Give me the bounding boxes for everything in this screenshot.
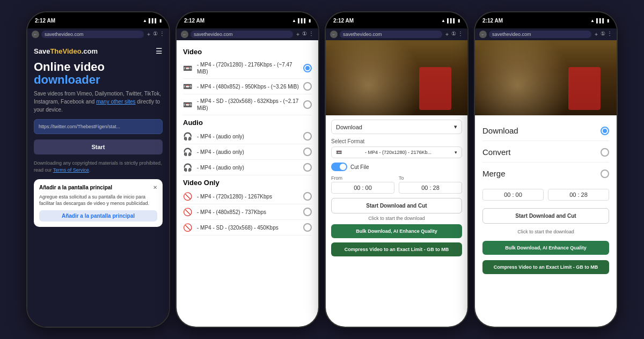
menu-icon-browser-4[interactable]: ⋮ [607,31,612,38]
browser-bar-1: ← savethevideo.com ＋ ① ⋮ [27,28,169,40]
logo-the-video: TheVideo [50,47,81,55]
add-tab-icon-4[interactable]: ＋ [594,31,599,38]
radio-3[interactable] [303,100,312,109]
tab-count-icon-2[interactable]: ① [302,31,307,38]
mode-convert[interactable]: Convert [482,142,609,163]
terms-link[interactable]: Terms of Service [53,167,89,173]
menu-icon-browser-1[interactable]: ⋮ [159,31,165,38]
cut-file-toggle[interactable] [331,163,347,171]
browser-actions-4: ＋ ① ⋮ [594,31,612,38]
url-bar-1[interactable]: savethevideo.com [41,31,144,38]
to-time-input-4[interactable]: 00 : 28 [548,189,609,201]
list-item[interactable]: 📼 - MP4 - (720x1280) - 2176Kbps - (~7.47… [183,58,312,79]
back-icon-3[interactable]: ← [330,31,338,38]
radio-9[interactable] [303,223,312,232]
list-item[interactable]: 🚫 - MP4 - (720x1280) - 1267Kbps [183,189,312,204]
time-2: 2:12 AM [184,18,204,24]
phone3-main: Download ▾ Select Format 📼 - MP4 - (720x… [326,40,467,327]
list-item[interactable]: 🎧 - MP4 - (audio only) [183,160,312,175]
phone-4: 2:12 AM ▲ ▌▌▌ ▮ ← savethevideo.com ＋ ① ⋮ [474,11,618,328]
list-item[interactable]: 🎧 - MP4 - (audio only) [183,144,312,160]
time-1: 2:12 AM [35,18,55,24]
radio-5[interactable] [303,148,312,156]
mode-convert-radio[interactable] [601,148,609,157]
browser-actions-3: ＋ ① ⋮ [444,31,463,38]
signal-icon-4: ▌▌▌ [596,18,605,23]
radio-8[interactable] [303,208,312,216]
start-button[interactable]: Start [34,139,163,154]
time-range-row-4: 00 : 00 00 : 28 [482,189,609,201]
format-label-5: - MP4 - (audio only) [197,149,300,156]
bulk-download-button-4[interactable]: Bulk Download, AI Enhance Quality [482,241,609,255]
logo-com: .com [82,47,98,55]
to-time-group: To 00 : 28 [399,175,462,194]
mode-download-label: Download [482,126,518,135]
status-bar-4: 2:12 AM ▲ ▌▌▌ ▮ [475,12,617,28]
tab-count-icon-1[interactable]: ① [153,31,158,38]
format-select-dropdown[interactable]: 📼 - MP4 - (720x1280) - 2176Kb... ▾ [331,146,462,158]
add-tab-icon-2[interactable]: ＋ [295,31,301,38]
url-bar-2[interactable]: savethevideo.com [191,31,293,38]
phone1-main: SaveTheVideo.com ☰ Online video download… [27,40,169,327]
phone-2: 2:12 AM ▲ ▌▌▌ ▮ ← savethevideo.com ＋ ① ⋮… [175,11,319,328]
video-only-icon-3: 🚫 [183,223,194,232]
menu-icon-browser-2[interactable]: ⋮ [309,31,314,38]
close-add-home-icon[interactable]: ✕ [153,185,157,190]
shirt-overlay [419,67,451,110]
hamburger-menu-icon[interactable]: ☰ [156,47,163,55]
back-icon-1[interactable]: ← [32,31,39,38]
audio-icon-1: 🎧 [183,132,194,141]
notch-4 [530,12,562,23]
status-bar-2: 2:12 AM ▲ ▌▌▌ ▮ [177,12,318,28]
list-item[interactable]: 🚫 - MP4 - (480x852) - 737Kbps [183,204,312,220]
list-item[interactable]: 📼 - MP4 - SD - (320x568) - 632Kbps - (~2… [183,94,312,115]
video-only-icon-1: 🚫 [183,192,194,201]
hero-link[interactable]: many other sites [96,99,135,105]
format-label-1: - MP4 - (720x1280) - 2176Kbps - (~7.47 M… [197,61,300,75]
list-item[interactable]: 📼 - MP4 - (480x852) - 950Kbps - (~3.26 M… [183,79,312,94]
status-icons-3: ▲ ▌▌▌ ▮ [441,18,460,23]
radio-4[interactable] [303,132,312,141]
mode-download[interactable]: Download [482,121,609,141]
from-time-input-4[interactable]: 00 : 00 [482,189,544,201]
from-time-group: From 00 : 00 [331,175,394,194]
format-icon-select: 📼 [336,150,342,155]
to-label: To [399,175,462,181]
radio-7[interactable] [303,192,312,201]
compress-button[interactable]: Compress Video to an Exact Limit - GB to… [331,242,462,256]
add-to-home-button[interactable]: Añadir a la pantalla principal [39,210,157,222]
url-input[interactable]: https://twitter.com/ThebestFigen/stat... [34,119,163,134]
tab-count-icon-4[interactable]: ① [601,31,605,38]
from-time-input[interactable]: 00 : 00 [331,182,394,194]
add-tab-icon-3[interactable]: ＋ [444,31,450,38]
to-time-input[interactable]: 00 : 28 [399,182,462,194]
tab-count-icon-3[interactable]: ① [451,31,456,38]
radio-2[interactable] [303,82,312,91]
hero-description: Save videos from Vimeo, Dailymotion, Twi… [34,90,163,114]
menu-icon-browser-3[interactable]: ⋮ [458,31,463,38]
signal-icon-2: ▌▌▌ [298,18,307,23]
list-item[interactable]: 🎧 - MP4 - (audio only) [183,129,312,144]
add-tab-icon-1[interactable]: ＋ [146,31,151,38]
phone-3: 2:12 AM ▲ ▌▌▌ ▮ ← savethevideo.com ＋ ① ⋮ [325,11,469,328]
battery-icon-2: ▮ [309,18,311,23]
start-download-cut-button-4[interactable]: Start Download and Cut [482,208,609,224]
list-item[interactable]: 🚫 - MP4 - SD - (320x568) - 450Kbps [183,220,312,235]
url-bar-4[interactable]: savethevideo.com [489,31,591,38]
compress-button-4[interactable]: Compress Video to an Exact Limit - GB to… [482,260,609,274]
video-thumbnail [326,40,467,115]
bulk-download-button[interactable]: Bulk Download, AI Enhance Quality [331,224,462,238]
cut-file-label: Cut File [350,164,369,170]
url-bar-3[interactable]: savethevideo.com [340,31,442,38]
mode-merge[interactable]: Merge [482,164,609,183]
radio-1[interactable] [303,64,312,72]
back-icon-2[interactable]: ← [181,31,188,38]
mode-download-radio[interactable] [601,127,609,135]
wifi-icon-2: ▲ [292,18,296,23]
download-dropdown[interactable]: Download ▾ [331,120,462,134]
mode-merge-radio[interactable] [601,170,609,178]
to-time-group-4: 00 : 28 [548,189,609,201]
radio-6[interactable] [303,163,312,172]
back-icon-4[interactable]: ← [479,31,487,38]
start-download-cut-button[interactable]: Start Download and Cut [331,198,462,213]
